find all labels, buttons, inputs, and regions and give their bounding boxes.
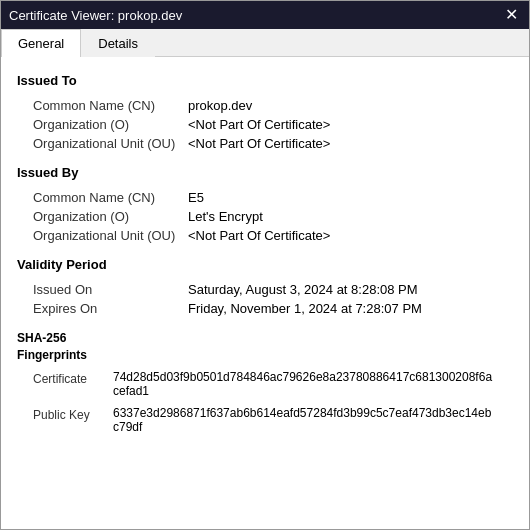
table-row: Organizational Unit (OU) <Not Part Of Ce…: [17, 134, 513, 153]
field-label: Common Name (CN): [33, 190, 188, 205]
issued-on-value: Saturday, August 3, 2024 at 8:28:08 PM: [188, 282, 497, 297]
field-value: E5: [188, 190, 497, 205]
public-key-value: 6337e3d2986871f637ab6b614eafd57284fd3b99…: [113, 406, 497, 434]
expires-on-row: Expires On Friday, November 1, 2024 at 7…: [17, 299, 513, 318]
field-value: <Not Part Of Certificate>: [188, 117, 497, 132]
field-value: <Not Part Of Certificate>: [188, 228, 497, 243]
validity-period-title: Validity Period: [17, 257, 513, 272]
field-label: Organizational Unit (OU): [33, 136, 188, 151]
tab-details[interactable]: Details: [81, 29, 155, 57]
content-area: Issued To Common Name (CN) prokop.dev Or…: [1, 57, 529, 529]
tab-general[interactable]: General: [1, 29, 81, 57]
issued-to-title: Issued To: [17, 73, 513, 88]
certificate-value: 74d28d5d03f9b0501d784846ac79626e8a237808…: [113, 370, 497, 398]
table-row: Common Name (CN) E5: [17, 188, 513, 207]
fingerprints-title: SHA-256Fingerprints: [17, 330, 513, 364]
table-row: Organization (O) Let's Encrypt: [17, 207, 513, 226]
table-row: Organizational Unit (OU) <Not Part Of Ce…: [17, 226, 513, 245]
field-label: Organization (O): [33, 209, 188, 224]
title-bar: Certificate Viewer: prokop.dev ✕: [1, 1, 529, 29]
field-label: Organization (O): [33, 117, 188, 132]
field-value: Let's Encrypt: [188, 209, 497, 224]
public-key-fingerprint-row: Public Key 6337e3d2986871f637ab6b614eafd…: [17, 402, 513, 438]
issued-by-title: Issued By: [17, 165, 513, 180]
field-value: prokop.dev: [188, 98, 497, 113]
certificate-fingerprint-row: Certificate 74d28d5d03f9b0501d784846ac79…: [17, 366, 513, 402]
field-label: Organizational Unit (OU): [33, 228, 188, 243]
issued-on-label: Issued On: [33, 282, 188, 297]
tab-bar: General Details: [1, 29, 529, 57]
expires-on-label: Expires On: [33, 301, 188, 316]
table-row: Common Name (CN) prokop.dev: [17, 96, 513, 115]
issued-on-row: Issued On Saturday, August 3, 2024 at 8:…: [17, 280, 513, 299]
certificate-viewer-window: Certificate Viewer: prokop.dev ✕ General…: [0, 0, 530, 530]
window-title: Certificate Viewer: prokop.dev: [9, 8, 182, 23]
expires-on-value: Friday, November 1, 2024 at 7:28:07 PM: [188, 301, 497, 316]
field-label: Common Name (CN): [33, 98, 188, 113]
table-row: Organization (O) <Not Part Of Certificat…: [17, 115, 513, 134]
public-key-label: Public Key: [33, 406, 113, 422]
certificate-label: Certificate: [33, 370, 113, 386]
field-value: <Not Part Of Certificate>: [188, 136, 497, 151]
close-button[interactable]: ✕: [501, 5, 521, 25]
